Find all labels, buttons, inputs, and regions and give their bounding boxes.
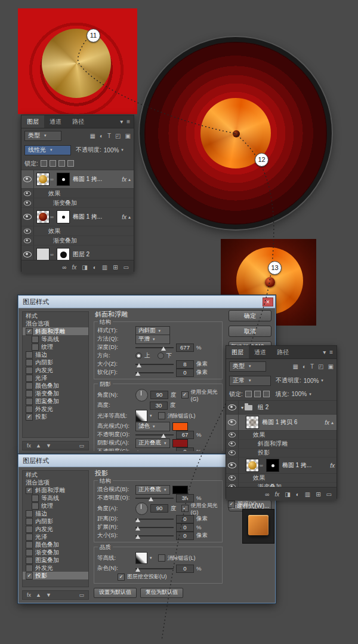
opacity-value[interactable]: 35 bbox=[176, 494, 194, 502]
highlight-mode-dropdown[interactable]: 滤色▾ bbox=[135, 422, 170, 431]
layer-mask-thumbnail[interactable] bbox=[57, 248, 70, 260]
technique-dropdown[interactable]: 平滑▾ bbox=[135, 335, 170, 344]
lock-position-icon[interactable] bbox=[263, 391, 270, 397]
checkbox[interactable] bbox=[26, 351, 33, 358]
visibility-eye-icon[interactable] bbox=[21, 198, 34, 207]
effect-bevel-emboss-row[interactable]: 斜面和浮雕 bbox=[226, 440, 337, 449]
layer-thumbnail[interactable] bbox=[36, 210, 50, 223]
checkbox[interactable] bbox=[26, 398, 33, 405]
size-slider[interactable] bbox=[135, 360, 174, 368]
close-icon[interactable]: × bbox=[263, 298, 273, 306]
anti-aliased-checkbox[interactable] bbox=[158, 554, 165, 562]
use-global-light-checkbox[interactable]: ✓ bbox=[181, 391, 189, 398]
layer-thumbnail[interactable] bbox=[246, 416, 259, 429]
layer-thumbnail[interactable] bbox=[246, 459, 259, 472]
effects-row[interactable]: 效果 bbox=[21, 226, 134, 236]
soften-slider[interactable] bbox=[135, 369, 174, 376]
styles-item[interactable]: 等高线 bbox=[23, 494, 88, 502]
reset-default-button[interactable]: 复位为默认值 bbox=[140, 588, 183, 598]
tab-paths[interactable]: 路径 bbox=[67, 115, 90, 128]
checkbox[interactable] bbox=[32, 502, 39, 510]
shape-filter-icon[interactable]: ◰ bbox=[318, 363, 323, 370]
visibility-eye-icon[interactable] bbox=[226, 431, 239, 439]
depth-slider[interactable] bbox=[135, 344, 174, 351]
opacity-slider[interactable] bbox=[135, 494, 174, 502]
pixel-filter-icon[interactable]: ▦ bbox=[90, 133, 95, 139]
delete-effect-icon[interactable]: ▭ bbox=[79, 592, 84, 598]
filter-kind-dropdown[interactable]: 类型▾ bbox=[24, 131, 61, 141]
visibility-eye-icon[interactable] bbox=[226, 474, 239, 482]
checkbox[interactable] bbox=[26, 367, 33, 374]
tab-layers[interactable]: 图层 bbox=[21, 115, 44, 128]
styles-item[interactable]: 光泽 bbox=[23, 533, 88, 541]
checkbox[interactable] bbox=[26, 375, 33, 382]
styles-item-bevel-emboss[interactable]: ✓斜面和浮雕 bbox=[23, 486, 88, 494]
fill-value[interactable]: 100% bbox=[292, 391, 307, 397]
shadow-mode-dropdown[interactable]: 正片叠底▾ bbox=[135, 438, 170, 448]
panel-menu-icon[interactable]: ≡ bbox=[126, 118, 130, 125]
group-expand-icon[interactable]: ▾ bbox=[241, 405, 243, 410]
spread-slider[interactable] bbox=[135, 523, 174, 531]
dialog-titlebar[interactable]: 图层样式 × bbox=[18, 296, 275, 308]
add-effect-icon[interactable]: fx bbox=[27, 592, 31, 598]
visibility-eye-icon[interactable] bbox=[226, 440, 239, 448]
move-effect-down-icon[interactable]: ▼ bbox=[46, 592, 51, 598]
visibility-eye-icon[interactable] bbox=[226, 449, 239, 457]
styles-item-bevel-emboss[interactable]: ✓斜面和浮雕 bbox=[23, 327, 88, 335]
blend-mode-dropdown[interactable]: 线性光▾ bbox=[24, 145, 71, 155]
link-layers-icon[interactable]: ∞ bbox=[265, 491, 269, 498]
tab-paths[interactable]: 路径 bbox=[271, 346, 294, 358]
opacity-value[interactable]: 100% bbox=[104, 147, 119, 154]
styles-item[interactable]: 内发光 bbox=[23, 366, 88, 374]
adjustment-filter-icon[interactable]: ◐ bbox=[100, 133, 103, 139]
visibility-eye-icon[interactable] bbox=[21, 208, 34, 226]
layer-mask-thumbnail[interactable] bbox=[266, 459, 279, 472]
effects-row[interactable]: 效果 bbox=[226, 431, 337, 440]
visibility-eye-icon[interactable] bbox=[226, 458, 239, 473]
new-layer-icon[interactable]: ⊞ bbox=[113, 264, 118, 271]
lock-position-icon[interactable] bbox=[58, 160, 65, 167]
noise-slider[interactable] bbox=[135, 565, 174, 572]
size-value[interactable]: 8 bbox=[176, 360, 194, 369]
highlight-color-swatch[interactable] bbox=[172, 422, 188, 431]
styles-item[interactable]: 渐变叠加 bbox=[23, 390, 88, 397]
size-slider[interactable] bbox=[135, 532, 174, 539]
adjustment-filter-icon[interactable]: ◐ bbox=[303, 363, 306, 370]
use-global-light-checkbox[interactable]: ✓ bbox=[181, 505, 189, 512]
layer-thumbnail[interactable] bbox=[36, 173, 50, 186]
checkbox[interactable]: ✓ bbox=[26, 328, 33, 335]
group-row[interactable]: ▾ 组 2 bbox=[226, 401, 337, 415]
checkbox[interactable] bbox=[26, 406, 33, 413]
collapse-icon[interactable]: ▾ bbox=[120, 118, 123, 125]
styles-item[interactable]: 混合选项 bbox=[23, 479, 88, 486]
type-filter-icon[interactable]: T bbox=[310, 363, 314, 370]
spread-value[interactable]: 0 bbox=[176, 523, 194, 532]
styles-item[interactable]: 混合选项 bbox=[23, 320, 88, 327]
styles-item[interactable]: 样式 bbox=[23, 471, 88, 479]
layer-row-ellipse-copy-a[interactable]: ∞ 椭圆 1 拷... fx ▴ bbox=[21, 170, 134, 189]
shadow-color-swatch[interactable] bbox=[172, 439, 188, 447]
smart-object-filter-icon[interactable]: ▣ bbox=[125, 133, 131, 139]
layer-style-icon[interactable]: fx bbox=[274, 491, 279, 498]
new-group-icon[interactable]: ▥ bbox=[102, 264, 107, 271]
soften-value[interactable]: 0 bbox=[176, 369, 194, 377]
styles-item[interactable]: 光泽 bbox=[23, 374, 88, 382]
adjustment-layer-icon[interactable]: ◐ bbox=[296, 491, 300, 498]
checkbox[interactable] bbox=[32, 336, 39, 343]
delete-layer-icon[interactable]: ▭ bbox=[326, 491, 332, 498]
checkbox[interactable]: ✓ bbox=[26, 572, 33, 579]
styles-item[interactable]: 图案叠加 bbox=[23, 556, 88, 564]
styles-item[interactable]: 图案叠加 bbox=[23, 397, 88, 405]
layer-row-ellipse-copy[interactable]: ∞ 椭圆 1 拷... fx bbox=[226, 458, 337, 474]
move-effect-down-icon[interactable]: ▼ bbox=[46, 443, 51, 449]
add-mask-icon[interactable]: ◨ bbox=[82, 264, 87, 271]
shadow-opacity-slider[interactable] bbox=[135, 447, 174, 451]
highlight-opacity-value[interactable]: 67 bbox=[176, 431, 194, 439]
layer-row-ellipse-copy-6[interactable]: 椭圆 1 拷贝 6 fx ▴ bbox=[226, 415, 337, 431]
visibility-eye-icon[interactable] bbox=[226, 415, 239, 430]
noise-value[interactable]: 0 bbox=[176, 565, 194, 573]
checkbox[interactable] bbox=[26, 533, 33, 541]
checkbox[interactable] bbox=[26, 565, 33, 572]
checkbox[interactable] bbox=[26, 390, 33, 397]
checkbox[interactable] bbox=[26, 557, 33, 564]
